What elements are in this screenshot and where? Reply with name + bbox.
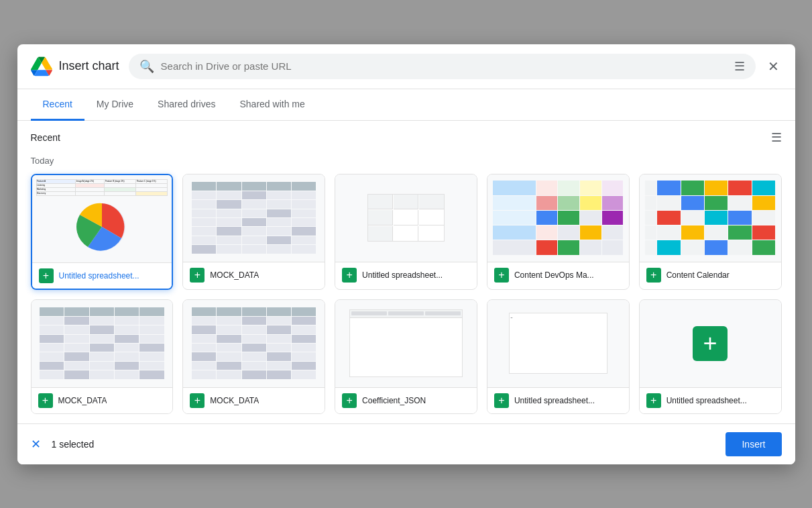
insert-button[interactable]: Insert <box>726 432 781 456</box>
search-bar[interactable]: 🔍 ☰ <box>129 54 756 79</box>
close-button[interactable]: ✕ <box>765 56 782 77</box>
file-name: MOCK_DATA <box>58 396 107 405</box>
file-card[interactable]: •• Untitled spreadsheet... <box>487 299 630 414</box>
google-drive-icon <box>31 56 52 77</box>
file-card[interactable]: Feature A Image A (stage 1%)Feature B (s… <box>31 174 174 290</box>
search-icon: 🔍 <box>139 59 154 74</box>
clear-selection-button[interactable]: ✕ <box>31 437 41 452</box>
sheets-icon-large <box>693 326 728 361</box>
sheets-icon <box>494 268 509 283</box>
sheets-icon <box>342 268 357 283</box>
file-name: Untitled spreadsheet... <box>514 396 595 405</box>
file-info: Untitled spreadsheet... <box>32 262 172 289</box>
sheets-icon <box>646 268 661 283</box>
sheets-icon <box>646 393 661 408</box>
sheets-icon <box>190 393 205 408</box>
file-card[interactable]: Untitled spreadsheet... <box>335 174 477 290</box>
file-name: MOCK_DATA <box>210 396 259 405</box>
sheets-icon <box>342 393 357 408</box>
file-info: MOCK_DATA <box>32 387 173 413</box>
logo-title: Insert chart <box>31 56 119 77</box>
file-thumbnail: •• <box>487 300 629 387</box>
search-input[interactable] <box>161 60 725 72</box>
file-info: MOCK_DATA <box>183 387 325 413</box>
tab-my-drive[interactable]: My Drive <box>84 89 146 121</box>
file-thumbnail <box>183 174 325 262</box>
tab-recent[interactable]: Recent <box>31 89 84 121</box>
content-area: Recent ☰ Today Feature A Image A (stage … <box>17 121 795 423</box>
dialog-title: Insert chart <box>59 59 119 73</box>
file-info: Content DevOps Ma... <box>487 262 629 288</box>
insert-chart-dialog: Insert chart 🔍 ☰ ✕ Recent My Drive Share… <box>17 44 795 464</box>
file-thumbnail <box>335 300 477 387</box>
file-info: MOCK_DATA <box>183 262 325 288</box>
date-label: Today <box>31 150 782 174</box>
file-card[interactable]: MOCK_DATA <box>182 299 325 414</box>
sheets-icon <box>38 393 53 408</box>
tab-bar: Recent My Drive Shared drives Shared wit… <box>17 89 795 121</box>
section-header: Recent ☰ <box>31 121 782 150</box>
file-name: Untitled spreadsheet... <box>59 271 139 281</box>
file-name: Content DevOps Ma... <box>514 270 594 280</box>
sheets-icon <box>494 393 509 408</box>
file-thumbnail <box>640 300 781 387</box>
file-thumbnail <box>640 174 781 262</box>
files-grid-row1: Feature A Image A (stage 1%)Feature B (s… <box>31 174 782 299</box>
file-card[interactable]: MOCK_DATA <box>182 174 325 290</box>
file-name: Coefficient_JSON <box>362 396 426 405</box>
dialog-footer: ✕ 1 selected Insert <box>17 423 795 464</box>
filter-icon[interactable]: ☰ <box>734 59 745 74</box>
file-card[interactable]: Content DevOps Ma... <box>487 174 630 290</box>
file-info: Untitled spreadsheet... <box>487 387 629 413</box>
tab-shared-with-me[interactable]: Shared with me <box>227 89 316 121</box>
file-thumbnail: Feature A Image A (stage 1%)Feature B (s… <box>32 175 172 262</box>
dialog-header: Insert chart 🔍 ☰ ✕ <box>17 44 795 89</box>
list-view-icon[interactable]: ☰ <box>771 130 782 145</box>
files-grid-row2: MOCK_DATA <box>31 299 782 423</box>
tab-shared-drives[interactable]: Shared drives <box>146 89 227 121</box>
file-name: Untitled spreadsheet... <box>666 396 747 405</box>
file-thumbnail <box>183 300 325 387</box>
file-card[interactable]: Untitled spreadsheet... <box>639 299 782 414</box>
section-title: Recent <box>31 132 60 143</box>
file-info: Untitled spreadsheet... <box>640 387 781 413</box>
file-name: Untitled spreadsheet... <box>362 270 443 280</box>
file-name: Content Calendar <box>666 270 730 280</box>
file-card[interactable]: Content Calendar <box>639 174 782 290</box>
file-thumbnail <box>487 174 629 262</box>
file-card[interactable]: Coefficient_JSON <box>335 299 477 414</box>
file-thumbnail <box>32 300 173 387</box>
file-thumbnail <box>335 174 477 262</box>
sheets-icon <box>39 268 54 283</box>
selected-count-text: 1 selected <box>52 439 715 450</box>
sheets-icon <box>190 268 205 283</box>
file-card[interactable]: MOCK_DATA <box>31 299 174 414</box>
file-name: MOCK_DATA <box>210 270 259 280</box>
file-info: Untitled spreadsheet... <box>335 262 477 288</box>
file-info: Coefficient_JSON <box>335 387 477 413</box>
file-info: Content Calendar <box>640 262 781 288</box>
